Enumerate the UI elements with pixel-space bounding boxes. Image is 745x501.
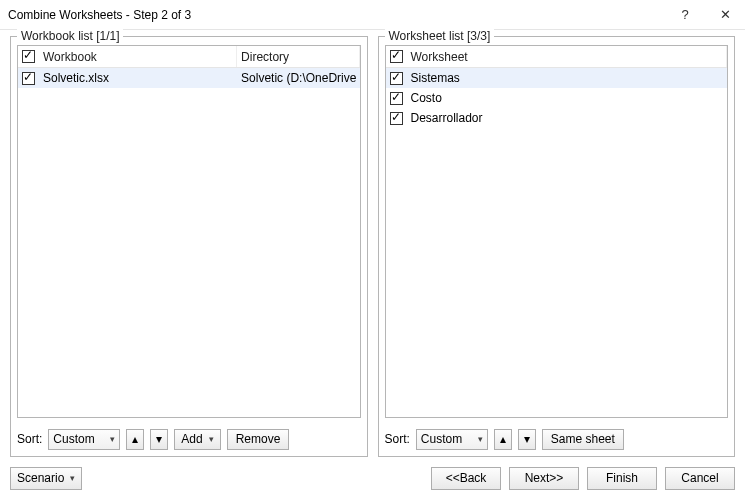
chevron-down-icon: ▾ [104, 434, 115, 444]
workbook-move-up-button[interactable]: ▴ [126, 429, 144, 450]
worksheet-row[interactable]: Sistemas [386, 68, 728, 88]
finish-button[interactable]: Finish [587, 467, 657, 490]
worksheet-move-down-button[interactable]: ▾ [518, 429, 536, 450]
worksheet-panel-legend: Worksheet list [3/3] [385, 29, 495, 43]
workbook-sortbar: Sort: Custom ▾ ▴ ▾ Add ▾ Remove [11, 422, 367, 456]
scenario-button[interactable]: Scenario ▾ [10, 467, 82, 490]
workbook-header-directory[interactable]: Directory [237, 46, 359, 67]
workbook-header-row: Workbook Directory [18, 46, 360, 68]
workbook-sort-value: Custom [53, 432, 94, 446]
worksheet-list-panel: Worksheet list [3/3] Worksheet Sistemas … [378, 36, 736, 457]
window-title: Combine Worksheets - Step 2 of 3 [8, 8, 665, 22]
workbook-sort-combo[interactable]: Custom ▾ [48, 429, 120, 450]
worksheet-sort-value: Custom [421, 432, 462, 446]
arrow-up-icon: ▴ [500, 432, 506, 446]
worksheet-list: Worksheet Sistemas Costo Desarrollador [385, 45, 729, 418]
arrow-down-icon: ▾ [524, 432, 530, 446]
workbook-list: Workbook Directory Solvetic.xlsx Solveti… [17, 45, 361, 418]
titlebar: Combine Worksheets - Step 2 of 3 ? ✕ [0, 0, 745, 30]
worksheet-move-up-button[interactable]: ▴ [494, 429, 512, 450]
main-content: Workbook list [1/1] Workbook Directory S… [0, 30, 745, 459]
cancel-button[interactable]: Cancel [665, 467, 735, 490]
workbook-panel-legend: Workbook list [1/1] [17, 29, 123, 43]
add-button[interactable]: Add ▾ [174, 429, 220, 450]
worksheet-header-row: Worksheet [386, 46, 728, 68]
worksheet-row-checkbox[interactable] [390, 112, 403, 125]
workbook-row-directory: Solvetic (D:\OneDrive S... [237, 71, 359, 85]
worksheet-sortbar: Sort: Custom ▾ ▴ ▾ Same sheet [379, 422, 735, 456]
next-button[interactable]: Next>> [509, 467, 579, 490]
close-button[interactable]: ✕ [705, 0, 745, 30]
workbook-row-name: Solvetic.xlsx [39, 71, 237, 85]
chevron-down-icon: ▾ [472, 434, 483, 444]
worksheet-row-checkbox[interactable] [390, 72, 403, 85]
workbook-row-checkbox[interactable] [22, 72, 35, 85]
help-button[interactable]: ? [665, 0, 705, 30]
worksheet-row-name: Desarrollador [407, 111, 728, 125]
workbook-move-down-button[interactable]: ▾ [150, 429, 168, 450]
workbook-row[interactable]: Solvetic.xlsx Solvetic (D:\OneDrive S... [18, 68, 360, 88]
workbook-select-all-checkbox[interactable] [22, 50, 35, 63]
workbook-sort-label: Sort: [17, 432, 42, 446]
worksheet-header-name[interactable]: Worksheet [407, 46, 728, 67]
scenario-button-label: Scenario [17, 471, 64, 485]
remove-button[interactable]: Remove [227, 429, 290, 450]
worksheet-row[interactable]: Costo [386, 88, 728, 108]
chevron-down-icon: ▾ [70, 473, 75, 483]
workbook-list-panel: Workbook list [1/1] Workbook Directory S… [10, 36, 368, 457]
worksheet-sort-label: Sort: [385, 432, 410, 446]
chevron-down-icon: ▾ [209, 434, 214, 444]
dialog-footer: Scenario ▾ <<Back Next>> Finish Cancel [0, 459, 745, 501]
worksheet-sort-combo[interactable]: Custom ▾ [416, 429, 488, 450]
add-button-label: Add [181, 432, 202, 446]
worksheet-select-all-checkbox[interactable] [390, 50, 403, 63]
back-button[interactable]: <<Back [431, 467, 501, 490]
workbook-header-name[interactable]: Workbook [39, 46, 237, 67]
same-sheet-button[interactable]: Same sheet [542, 429, 624, 450]
arrow-down-icon: ▾ [156, 432, 162, 446]
worksheet-row-name: Costo [407, 91, 728, 105]
worksheet-row[interactable]: Desarrollador [386, 108, 728, 128]
arrow-up-icon: ▴ [132, 432, 138, 446]
worksheet-row-checkbox[interactable] [390, 92, 403, 105]
worksheet-row-name: Sistemas [407, 71, 728, 85]
